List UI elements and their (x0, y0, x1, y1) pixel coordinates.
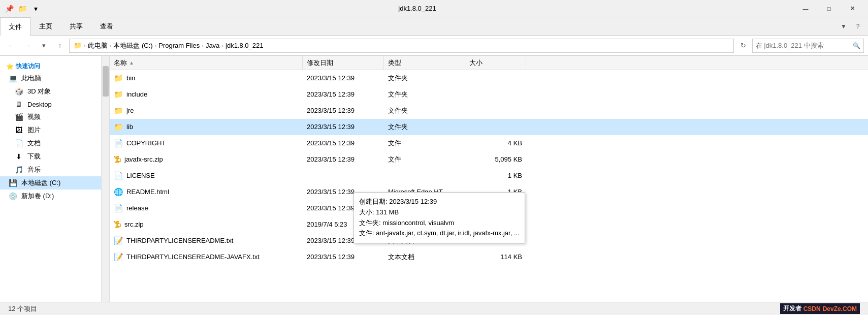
pictures-icon: 🖼 (14, 126, 23, 134)
sidebar-item-downloads[interactable]: ⬇ 下载 (0, 150, 101, 163)
document-icon: 📄 (114, 139, 123, 148)
breadcrumb-bar: 📁 › 此电脑 › 本地磁盘 (C:) › Program Files › Ja… (69, 39, 734, 53)
sidebar-scroll-handle[interactable] (103, 66, 109, 97)
file-date-cell: 2023/3/15 12:39 (303, 249, 384, 265)
sidebar-item-videos[interactable]: 🎬 视频 (0, 110, 101, 123)
file-list: 📁 bin 2023/3/15 12:39 文件夹 📁 include 2023… (110, 70, 868, 302)
file-name-cell: 🌐 README.html (110, 184, 303, 200)
ribbon-chevron-button[interactable]: ▼ (838, 20, 850, 33)
video-icon: 🎬 (14, 113, 23, 121)
sidebar-item-documents[interactable]: 📄 文档 (0, 137, 101, 150)
desktop-icon: 🖥 (14, 100, 23, 108)
sort-arrow-icon: ▲ (129, 60, 134, 66)
drive-d-icon: 💿 (8, 192, 17, 200)
file-type-cell: 文件 (384, 135, 465, 151)
file-type-cell: 文件夹 (384, 119, 465, 135)
search-icon: 🔍 (853, 42, 860, 49)
search-input[interactable] (756, 42, 851, 49)
column-header-type[interactable]: 类型 (384, 56, 465, 70)
quick-access-label: ⭐ 快速访问 (0, 60, 101, 72)
file-type-cell: 文件夹 (384, 86, 465, 102)
table-row[interactable]: 📁 include 2023/3/15 12:39 文件夹 (110, 86, 868, 103)
file-size-cell: 4 KB (465, 135, 526, 151)
ribbon-help-button[interactable]: ? (852, 20, 864, 33)
sidebar-item-drive-d[interactable]: 💿 新加卷 (D:) (0, 190, 101, 203)
file-type-cell: 文件夹 (384, 103, 465, 118)
tab-share[interactable]: 共享 (61, 17, 91, 35)
table-row[interactable]: 📁 jre 2023/3/15 12:39 文件夹 (110, 103, 868, 119)
tooltip-folders: 文件夹: missioncontrol, visualvm (359, 218, 520, 229)
close-button[interactable]: ✕ (841, 0, 864, 17)
sidebar-scrollbar[interactable] (102, 56, 110, 302)
sidebar-item-music[interactable]: 🎵 音乐 (0, 163, 101, 176)
sidebar-item-drive-c[interactable]: 💾 本地磁盘 (C:) (0, 176, 101, 190)
sidebar-item-desktop[interactable]: 🖥 Desktop (0, 98, 101, 110)
file-size-cell: 5,095 KB (465, 151, 526, 167)
tab-file[interactable]: 文件 (0, 17, 30, 36)
sidebar-item-3d-objects[interactable]: 🎲 3D 对象 (0, 85, 101, 98)
table-row[interactable]: 🗜 javafx-src.zip 2023/3/15 12:39 文件 5,09… (110, 151, 868, 168)
sidebar-item-pictures[interactable]: 🖼 图片 (0, 123, 101, 137)
table-row[interactable]: 📁 bin 2023/3/15 12:39 文件夹 (110, 70, 868, 86)
file-date-cell: 2023/3/15 12:39 (303, 119, 384, 135)
file-name-cell: 📄 LICENSE (110, 168, 303, 183)
zip-icon: 🗜 (114, 220, 121, 229)
txt-icon: 📝 (114, 253, 123, 262)
back-button[interactable]: ← (4, 39, 18, 53)
file-name-cell: 📁 bin (110, 70, 303, 86)
breadcrumb-this-pc[interactable]: 此电脑 (88, 41, 108, 50)
ribbon: 文件 主页 共享 查看 ▼ ? (0, 17, 868, 36)
tab-view[interactable]: 查看 (91, 17, 122, 35)
file-type-cell: 文件夹 (384, 70, 465, 86)
table-row[interactable]: 📁 lib 2023/3/15 12:39 文件夹 (110, 119, 868, 135)
search-box: 🔍 (752, 39, 864, 53)
folder-icon: 📁 (114, 122, 123, 132)
file-type-cell: 文本文档 (384, 249, 465, 265)
edge-icon: 🌐 (114, 187, 123, 197)
sidebar-item-this-pc[interactable]: 💻 此电脑 (0, 72, 101, 85)
file-name-cell: 📄 release (110, 200, 303, 216)
file-size-cell (465, 86, 526, 102)
documents-icon: 📄 (14, 139, 23, 147)
window-title: jdk1.8.0_221 (41, 5, 794, 12)
column-header-modified[interactable]: 修改日期 (303, 56, 384, 70)
document-icon: 📄 (114, 204, 123, 213)
file-date-cell: 2023/3/15 12:39 (303, 135, 384, 151)
breadcrumb-jdk[interactable]: jdk1.8.0_221 (226, 42, 263, 49)
drive-c-icon: 💾 (8, 179, 17, 187)
recent-locations-button[interactable]: ▾ (37, 39, 51, 53)
tab-home[interactable]: 主页 (30, 17, 61, 35)
file-type-cell (384, 168, 465, 183)
document-icon: 📄 (114, 171, 123, 180)
file-name-cell: 📁 include (110, 86, 303, 102)
column-header-name[interactable]: 名称 ▲ (110, 56, 303, 70)
tooltip-size: 大小: 131 MB (359, 207, 520, 218)
column-header-row: 名称 ▲ 修改日期 类型 大小 (110, 56, 868, 70)
breadcrumb-computer[interactable]: 📁 (74, 42, 82, 49)
file-name-cell: 📁 lib (110, 119, 303, 135)
file-date-cell: 2023/3/15 12:39 (303, 70, 384, 86)
column-header-size[interactable]: 大小 (465, 56, 526, 70)
file-name-cell: 📄 COPYRIGHT (110, 135, 303, 151)
maximize-button[interactable]: □ (817, 0, 841, 17)
minimize-button[interactable]: — (794, 0, 817, 17)
up-button[interactable]: ↑ (53, 39, 67, 53)
breadcrumb-program-files[interactable]: Program Files (158, 42, 200, 49)
table-row[interactable]: 📄 LICENSE 1 KB (110, 168, 868, 184)
table-row[interactable]: 📄 COPYRIGHT 2023/3/15 12:39 文件 4 KB (110, 135, 868, 151)
refresh-button[interactable]: ↻ (736, 39, 750, 53)
forward-button[interactable]: → (20, 39, 35, 53)
title-bar-icons: 📌 📁 ▾ (4, 4, 41, 14)
table-row[interactable]: 📝 THIRDPARTYLICENSEREADME-JAVAFX.txt 202… (110, 249, 868, 265)
breadcrumb-local-disk[interactable]: 本地磁盘 (C:) (113, 41, 152, 50)
folder-icon: 📁 (17, 4, 27, 14)
breadcrumb-java[interactable]: Java (206, 42, 219, 49)
ribbon-right: ▼ ? (838, 17, 868, 35)
folder-icon: 📁 (114, 74, 123, 83)
downloads-icon: ⬇ (14, 152, 23, 161)
file-size-cell (465, 103, 526, 118)
lib-tooltip: 创建日期: 2023/3/15 12:39 大小: 131 MB 文件夹: mi… (353, 192, 525, 243)
file-size-cell (465, 119, 526, 135)
file-date-cell: 2023/3/15 12:39 (303, 86, 384, 102)
address-bar: ← → ▾ ↑ 📁 › 此电脑 › 本地磁盘 (C:) › Program Fi… (0, 36, 868, 56)
